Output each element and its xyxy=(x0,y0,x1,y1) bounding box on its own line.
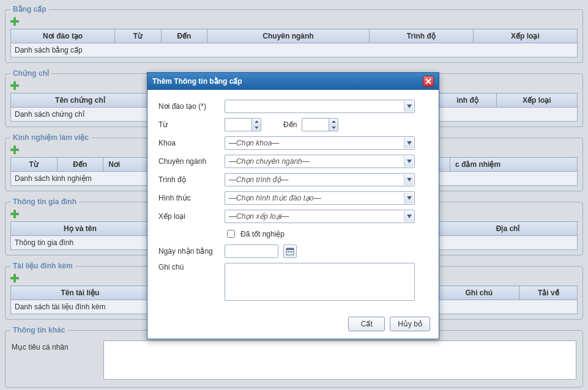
chevron-down-icon xyxy=(404,174,414,185)
label-den: Đến xyxy=(283,120,297,129)
combo-placeholder: —Chọn khoa— xyxy=(229,139,279,147)
col-header: Địa chỉ xyxy=(439,222,578,236)
svg-rect-2 xyxy=(288,251,289,252)
cancel-button[interactable]: Hủy bỏ xyxy=(390,317,430,331)
checkbox-datotnghiep[interactable] xyxy=(227,230,235,238)
textarea-ghichu[interactable] xyxy=(225,263,415,301)
col-header: Họ và tên xyxy=(11,222,150,236)
label-khoa: Khoa xyxy=(158,139,225,147)
col-header: Đến xyxy=(57,158,103,172)
date-ngaynhanbang[interactable] xyxy=(225,245,278,258)
panel-legend: Thông tin khác xyxy=(10,326,67,334)
panel-bangcap: Bằng cấp Nơi đào tạo Từ Đến Chuyên ngành… xyxy=(5,5,583,63)
col-header: Trình độ xyxy=(369,29,473,43)
add-icon[interactable] xyxy=(10,17,19,26)
panel-legend: Bằng cấp xyxy=(10,5,49,13)
panel-legend: Thông tin gia đình xyxy=(10,197,79,206)
combo-chuyennganh[interactable]: —Chọn chuyên ngành— xyxy=(225,155,415,168)
combo-xeploai[interactable]: —Chọn xếp loại— xyxy=(225,210,415,223)
calendar-icon[interactable] xyxy=(283,245,297,258)
chevron-down-icon xyxy=(404,193,414,204)
panel-legend: Chứng chỉ xyxy=(10,69,51,78)
empty-row: Danh sách bằng cấp xyxy=(11,43,578,57)
dialog-title: Thêm Thông tin bằng cấp xyxy=(152,77,242,86)
spinner-tu[interactable] xyxy=(225,118,261,131)
dialog-them-bangcap: Thêm Thông tin bằng cấp Nơi đào tạo (*) … xyxy=(147,72,439,339)
col-header: Tên chứng chỉ xyxy=(11,94,150,108)
add-icon[interactable] xyxy=(10,145,19,154)
panel-legend: Kinh nghiệm làm việc xyxy=(10,133,91,142)
combo-noidaotao[interactable] xyxy=(225,100,415,113)
save-button[interactable]: Cất xyxy=(348,317,385,331)
muctieu-label: Mục tiêu cá nhân xyxy=(12,340,97,351)
col-header: Ghi chú xyxy=(439,286,519,300)
add-icon[interactable] xyxy=(10,274,19,282)
col-header: Tên tài liệu xyxy=(11,286,150,300)
col-header: Đến xyxy=(161,29,207,43)
combo-khoa[interactable]: —Chọn khoa— xyxy=(225,136,415,150)
label-chuyennganh: Chuyên ngành xyxy=(158,157,225,166)
label-trinhdo: Trình độ xyxy=(158,175,225,184)
grid-bangcap: Nơi đào tạo Từ Đến Chuyên ngành Trình độ… xyxy=(10,29,578,57)
chevron-down-icon xyxy=(404,156,414,167)
col-header: Tải về xyxy=(519,286,578,300)
col-header: Chuyên ngành xyxy=(207,29,370,43)
add-icon[interactable] xyxy=(10,81,19,90)
col-header: ình độ xyxy=(439,94,496,108)
chevron-down-icon xyxy=(404,138,414,149)
muctieu-textarea[interactable] xyxy=(103,340,576,380)
spin-up-icon[interactable] xyxy=(252,119,261,125)
label-xeploai: Xếp loại xyxy=(158,212,225,221)
combo-trinhdo[interactable]: —Chọn trình độ— xyxy=(225,173,415,186)
label-hinhthuc: Hình thức xyxy=(158,194,225,202)
label-noidaotao: Nơi đào tạo (*) xyxy=(158,102,225,111)
col-header: c đảm nhiệm xyxy=(450,158,578,172)
col-header: Xếp loại xyxy=(473,29,577,43)
col-header: Từ xyxy=(115,29,162,43)
combo-placeholder: —Chọn hình thức đào tạo— xyxy=(229,194,321,202)
chevron-down-icon xyxy=(404,101,414,112)
dialog-header[interactable]: Thêm Thông tin bằng cấp xyxy=(147,73,439,90)
combo-placeholder: —Chọn chuyên ngành— xyxy=(229,157,310,166)
label-tu: Từ xyxy=(158,120,225,129)
col-header: Nơi đào tạo xyxy=(11,29,115,43)
spinner-den[interactable] xyxy=(302,118,338,131)
col-header: Xếp loại xyxy=(496,94,577,108)
combo-hinhthuc[interactable]: —Chọn hình thức đào tạo— xyxy=(225,191,415,205)
svg-rect-1 xyxy=(286,248,294,250)
svg-rect-3 xyxy=(289,251,291,252)
combo-placeholder: —Chọn trình độ— xyxy=(229,175,288,184)
close-icon[interactable] xyxy=(423,76,434,87)
label-datotnghiep: Đã tốt nghiệp xyxy=(240,230,285,238)
svg-rect-4 xyxy=(291,251,292,252)
spinner-input[interactable] xyxy=(225,118,251,131)
label-ngaynhanbang: Ngày nhận bằng xyxy=(158,247,225,256)
spin-down-icon[interactable] xyxy=(252,125,261,131)
chevron-down-icon xyxy=(404,211,414,222)
col-header: Từ xyxy=(11,158,58,172)
spin-down-icon[interactable] xyxy=(329,125,338,131)
spin-up-icon[interactable] xyxy=(329,119,338,125)
label-ghichu: Ghi chú xyxy=(158,263,225,271)
panel-legend: Tài liệu đính kèm xyxy=(10,262,75,270)
spinner-input[interactable] xyxy=(302,118,329,131)
combo-placeholder: —Chọn xếp loại— xyxy=(229,212,289,221)
add-icon[interactable] xyxy=(10,210,19,218)
